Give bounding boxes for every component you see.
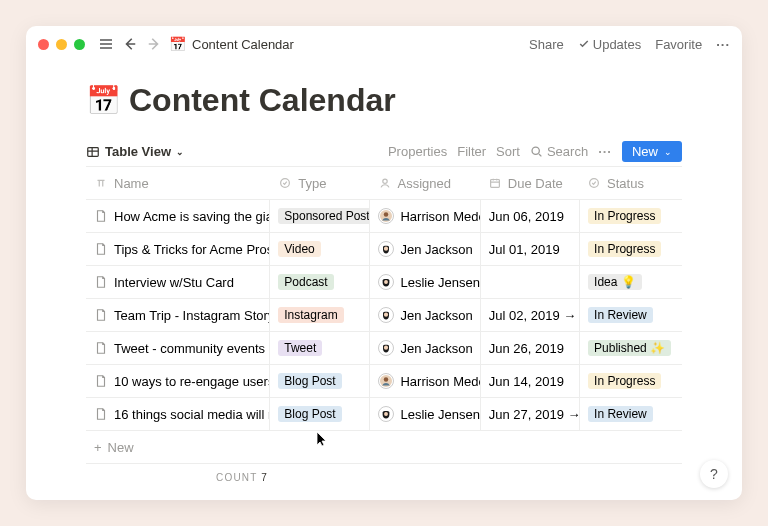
cell-due-date[interactable]: Jun 27, 2019 → Ju — [480, 398, 579, 430]
cell-status[interactable]: Idea 💡 — [579, 266, 682, 298]
status-tag: In Progress — [588, 373, 661, 389]
column-header-status[interactable]: Status — [579, 167, 682, 199]
cell-assigned[interactable]: Jen Jackson — [369, 332, 479, 364]
due-date-text: Jul 02, 2019 → Ju — [489, 308, 579, 323]
table-row[interactable]: Tweet - community events kickoffTweetJen… — [86, 332, 682, 365]
cell-type[interactable]: Blog Post — [270, 365, 369, 397]
close-window-button[interactable] — [38, 39, 49, 50]
due-date-text: Jun 26, 2019 — [489, 341, 564, 356]
window-controls — [38, 39, 85, 50]
cell-name-text: Team Trip - Instagram Story — [114, 308, 270, 323]
cell-type[interactable]: Sponsored Post — [270, 200, 369, 232]
cell-type[interactable]: Instagram — [270, 299, 369, 331]
assigned-name: Harrison Medoff — [400, 374, 479, 389]
cell-assigned[interactable]: Jen Jackson — [369, 233, 479, 265]
view-more-icon[interactable]: ··· — [598, 144, 612, 159]
table-row[interactable]: Team Trip - Instagram StoryInstagramJen … — [86, 299, 682, 332]
cell-assigned[interactable]: Harrison Medoff — [369, 200, 479, 232]
cell-name[interactable]: 10 ways to re-engage users with drip — [86, 365, 270, 397]
cell-status[interactable]: Published ✨ — [579, 332, 682, 364]
maximize-window-button[interactable] — [74, 39, 85, 50]
cell-status[interactable]: In Progress — [579, 365, 682, 397]
updates-button[interactable]: Updates — [578, 37, 641, 52]
cell-due-date[interactable]: Jun 06, 2019 — [480, 200, 579, 232]
page-icon — [94, 275, 108, 289]
table-row[interactable]: 10 ways to re-engage users with dripBlog… — [86, 365, 682, 398]
cell-due-date[interactable]: Jun 14, 2019 — [480, 365, 579, 397]
avatar — [378, 307, 394, 323]
row-count: COUNT 7 — [86, 464, 682, 483]
properties-button[interactable]: Properties — [388, 144, 447, 159]
cell-due-date[interactable]: Jul 02, 2019 → Ju — [480, 299, 579, 331]
status-tag: In Progress — [588, 241, 661, 257]
share-button[interactable]: Share — [529, 37, 564, 52]
cell-status[interactable]: In Progress — [579, 233, 682, 265]
page-icon — [94, 308, 108, 322]
type-tag: Podcast — [278, 274, 333, 290]
cell-name-text: How Acme is saving the giant iguana — [114, 209, 270, 224]
cell-type[interactable]: Video — [270, 233, 369, 265]
svg-point-19 — [385, 412, 389, 416]
cell-status[interactable]: In Review — [579, 299, 682, 331]
favorite-button[interactable]: Favorite — [655, 37, 702, 52]
cell-name[interactable]: Interview w/Stu Card — [86, 266, 270, 298]
new-button[interactable]: New ⌄ — [622, 141, 682, 162]
cell-assigned[interactable]: Harrison Medoff — [369, 365, 479, 397]
sort-button[interactable]: Sort — [496, 144, 520, 159]
nav-back-icon[interactable] — [121, 35, 139, 53]
cell-due-date[interactable]: Jun 26, 2019 — [480, 332, 579, 364]
cell-name[interactable]: Team Trip - Instagram Story — [86, 299, 270, 331]
cell-type[interactable]: Blog Post — [270, 398, 369, 430]
view-toolbar: Table View ⌄ Properties Filter Sort Sear… — [86, 141, 682, 162]
cell-type[interactable]: Podcast — [270, 266, 369, 298]
page-content: 📅 Content Calendar Table View ⌄ Properti… — [26, 62, 742, 500]
minimize-window-button[interactable] — [56, 39, 67, 50]
table-row[interactable]: 16 things social media will never be aBl… — [86, 398, 682, 431]
cell-due-date[interactable] — [480, 266, 579, 298]
cell-assigned[interactable]: Leslie Jensen — [369, 266, 479, 298]
status-tag: In Review — [588, 406, 653, 422]
table-header-row: Name Type Assigned Due Date Status — [86, 167, 682, 200]
nav-forward-icon[interactable] — [145, 35, 163, 53]
cell-name[interactable]: How Acme is saving the giant iguana — [86, 200, 270, 232]
column-header-type[interactable]: Type — [270, 167, 369, 199]
cell-assigned[interactable]: Jen Jackson — [369, 299, 479, 331]
table-row[interactable]: Interview w/Stu CardPodcastLeslie Jensen… — [86, 266, 682, 299]
column-header-assigned[interactable]: Assigned — [370, 167, 480, 199]
more-menu-icon[interactable]: ··· — [716, 37, 730, 52]
new-row-button[interactable]: + New — [86, 431, 682, 464]
due-date-text: Jun 27, 2019 → Ju — [489, 407, 579, 422]
view-switcher[interactable]: Table View ⌄ — [86, 144, 184, 159]
cell-name[interactable]: 16 things social media will never be a — [86, 398, 270, 430]
search-button[interactable]: Search — [530, 144, 588, 159]
svg-point-7 — [384, 212, 389, 217]
avatar — [378, 274, 394, 290]
cell-name-text: Tips & Tricks for Acme Pros — [114, 242, 270, 257]
avatar — [378, 208, 394, 224]
type-tag: Sponsored Post — [278, 208, 369, 224]
type-tag: Blog Post — [278, 406, 341, 422]
help-button[interactable]: ? — [700, 460, 728, 488]
plus-icon: + — [94, 440, 102, 455]
column-header-due[interactable]: Due Date — [480, 167, 579, 199]
cell-assigned[interactable]: Leslie Jensen — [369, 398, 479, 430]
cell-due-date[interactable]: Jul 01, 2019 — [480, 233, 579, 265]
cell-status[interactable]: In Progress — [579, 200, 682, 232]
cell-name[interactable]: Tips & Tricks for Acme Pros — [86, 233, 270, 265]
table-row[interactable]: Tips & Tricks for Acme ProsVideoJen Jack… — [86, 233, 682, 266]
svg-point-15 — [384, 346, 388, 350]
page-icon — [94, 407, 108, 421]
table-row[interactable]: How Acme is saving the giant iguanaSpons… — [86, 200, 682, 233]
status-tag: Published ✨ — [588, 340, 671, 356]
filter-button[interactable]: Filter — [457, 144, 486, 159]
svg-point-13 — [384, 313, 388, 317]
column-header-name[interactable]: Name — [86, 167, 270, 199]
avatar — [378, 406, 394, 422]
assigned-name: Jen Jackson — [400, 308, 472, 323]
cell-name[interactable]: Tweet - community events kickoff — [86, 332, 270, 364]
cell-type[interactable]: Tweet — [270, 332, 369, 364]
svg-rect-0 — [88, 147, 99, 156]
cell-status[interactable]: In Review — [579, 398, 682, 430]
breadcrumb[interactable]: 📅 Content Calendar — [169, 36, 294, 52]
sidebar-toggle-icon[interactable] — [97, 35, 115, 53]
